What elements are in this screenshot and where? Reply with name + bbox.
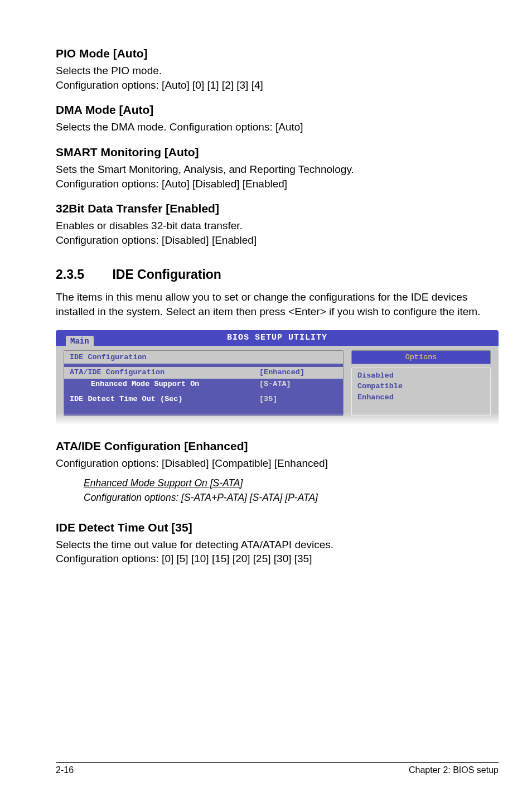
bios-row-label: Enhanced Mode Support On: [70, 379, 259, 390]
bios-row-value: [S-ATA]: [259, 379, 337, 390]
bios-row-label: ATA/IDE Configuration: [70, 367, 259, 379]
heading-ide-detect-timeout: IDE Detect Time Out [35]: [56, 521, 499, 534]
sub-option-block: Enhanced Mode Support On [S-ATA] Configu…: [84, 476, 499, 505]
heading-pio-mode: PIO Mode [Auto]: [56, 47, 499, 60]
text-ata-ide-config: Configuration options: [Disabled] [Compa…: [56, 456, 499, 471]
heading-ata-ide-config: ATA/IDE Configuration [Enhanced]: [56, 439, 499, 453]
text-smart-monitoring: Sets the Smart Monitoring, Analysis, and…: [56, 162, 499, 191]
bios-left-header: IDE Configuration: [64, 351, 343, 364]
bios-option-disabled[interactable]: Disabled: [357, 370, 485, 381]
bios-body: IDE Configuration ATA/IDE Configuration …: [56, 346, 499, 424]
section-title: IDE Configuration: [112, 267, 221, 282]
sub-option-body: Configuration options: [S-ATA+P-ATA] [S-…: [84, 490, 499, 505]
bios-option-enhanced[interactable]: Enhanced: [357, 392, 485, 403]
bios-row-ata-ide[interactable]: ATA/IDE Configuration [Enhanced]: [64, 367, 343, 379]
text-line: Configuration options: [0] [5] [10] [15]…: [56, 553, 312, 564]
bios-row-enhanced-mode[interactable]: Enhanced Mode Support On [S-ATA]: [70, 379, 337, 390]
text-ide-detect-timeout: Selects the time out value for detecting…: [56, 538, 499, 566]
section-number: 2.3.5: [56, 267, 109, 282]
text-line: Selects the time out value for detecting…: [56, 539, 333, 550]
text-line: Enables or disables 32-bit data transfer…: [56, 220, 243, 231]
bios-row-value: [35]: [259, 394, 337, 405]
bios-right-panel: Options Disabled Compatible Enhanced: [351, 350, 491, 416]
heading-smart-monitoring: SMART Monitoring [Auto]: [56, 146, 499, 159]
bios-row-value: [Enhanced]: [259, 367, 337, 379]
bios-options-header: Options: [351, 350, 491, 364]
heading-ide-configuration: 2.3.5 IDE Configuration: [56, 267, 499, 282]
text-32bit-transfer: Enables or disables 32-bit data transfer…: [56, 219, 499, 247]
text-line: Configuration options: [Auto] [Disabled]…: [56, 178, 287, 190]
chapter-label: Chapter 2: BIOS setup: [409, 765, 499, 775]
heading-32bit-transfer: 32Bit Data Transfer [Enabled]: [56, 202, 499, 215]
page-number: 2-16: [56, 765, 74, 775]
page-footer: 2-16 Chapter 2: BIOS setup: [56, 762, 499, 775]
bios-option-compatible[interactable]: Compatible: [357, 381, 485, 392]
text-dma-mode: Selects the DMA mode. Configuration opti…: [56, 120, 499, 134]
text-pio-mode: Selects the PIO mode. Configuration opti…: [56, 64, 499, 92]
text-line: Configuration options: [Disabled] [Enabl…: [56, 234, 257, 246]
text-line: Sets the Smart Monitoring, Analysis, and…: [56, 163, 354, 175]
text-line: Configuration options: [Auto] [0] [1] [2…: [56, 79, 263, 91]
bios-row-label: IDE Detect Time Out (Sec): [70, 394, 259, 405]
bios-row-detect-timeout[interactable]: IDE Detect Time Out (Sec) [35]: [70, 394, 337, 405]
bios-left-panel: IDE Configuration ATA/IDE Configuration …: [64, 350, 344, 416]
text-line: Selects the PIO mode.: [56, 65, 162, 76]
text-ide-configuration: The items in this menu allow you to set …: [56, 290, 499, 318]
sub-option-heading: Enhanced Mode Support On [S-ATA]: [84, 476, 499, 490]
bios-tab-main[interactable]: Main: [66, 336, 94, 346]
bios-titlebar: Main BIOS SETUP UTILITY: [56, 330, 499, 346]
bios-options-list: Disabled Compatible Enhanced: [351, 368, 491, 416]
heading-dma-mode: DMA Mode [Auto]: [56, 103, 499, 117]
bios-left-content: ATA/IDE Configuration [Enhanced] Enhance…: [64, 364, 343, 416]
bios-setup-panel: Main BIOS SETUP UTILITY IDE Configuratio…: [56, 330, 499, 424]
bios-title: BIOS SETUP UTILITY: [227, 333, 327, 342]
